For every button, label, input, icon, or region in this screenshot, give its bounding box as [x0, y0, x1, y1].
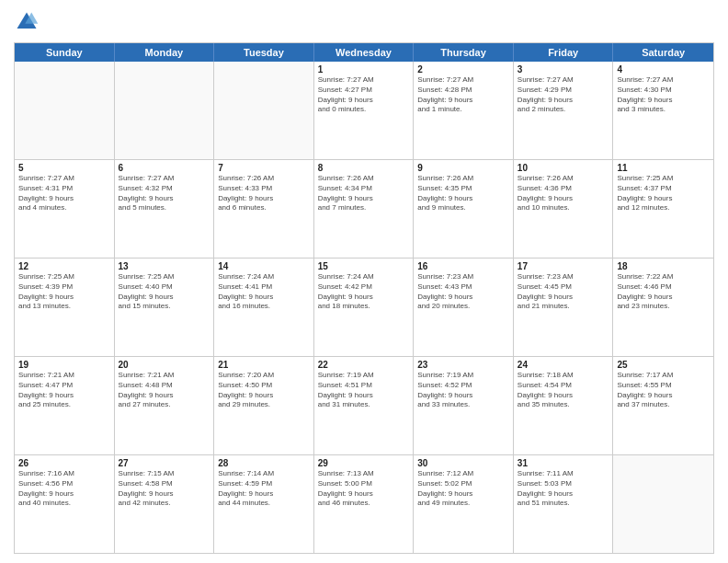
day-info: Sunrise: 7:26 AM Sunset: 4:35 PM Dayligh… — [417, 174, 509, 213]
day-number: 2 — [417, 64, 509, 75]
day-number: 23 — [417, 360, 509, 370]
day-info: Sunrise: 7:27 AM Sunset: 4:28 PM Dayligh… — [417, 75, 509, 115]
day-info: Sunrise: 7:17 AM Sunset: 4:55 PM Dayligh… — [617, 371, 710, 410]
day-number: 27 — [119, 458, 210, 468]
day-info: Sunrise: 7:20 AM Sunset: 4:50 PM Dayligh… — [218, 371, 310, 410]
day-info: Sunrise: 7:27 AM Sunset: 4:31 PM Dayligh… — [18, 174, 110, 213]
day-cell: 3Sunrise: 7:27 AM Sunset: 4:29 PM Daylig… — [514, 62, 614, 159]
day-number: 26 — [18, 458, 110, 468]
day-cell: 15Sunrise: 7:24 AM Sunset: 4:42 PM Dayli… — [314, 259, 415, 356]
day-info: Sunrise: 7:18 AM Sunset: 4:54 PM Dayligh… — [518, 371, 609, 410]
day-cell: 11Sunrise: 7:25 AM Sunset: 4:37 PM Dayli… — [613, 160, 713, 258]
day-info: Sunrise: 7:23 AM Sunset: 4:43 PM Dayligh… — [417, 272, 509, 312]
day-info: Sunrise: 7:27 AM Sunset: 4:27 PM Dayligh… — [318, 75, 410, 115]
day-number: 1 — [318, 64, 410, 75]
week-row-2: 5Sunrise: 7:27 AM Sunset: 4:31 PM Daylig… — [15, 160, 713, 259]
day-header-tuesday: Tuesday — [214, 43, 314, 62]
day-number: 17 — [518, 261, 609, 271]
day-number: 20 — [119, 360, 210, 370]
logo — [14, 9, 43, 35]
day-cell: 25Sunrise: 7:17 AM Sunset: 4:55 PM Dayli… — [613, 357, 713, 454]
day-header-wednesday: Wednesday — [314, 43, 415, 62]
day-info: Sunrise: 7:26 AM Sunset: 4:34 PM Dayligh… — [318, 174, 410, 213]
day-number: 10 — [518, 163, 609, 173]
day-info: Sunrise: 7:14 AM Sunset: 4:59 PM Dayligh… — [218, 469, 310, 509]
day-info: Sunrise: 7:26 AM Sunset: 4:36 PM Dayligh… — [518, 174, 609, 213]
header — [14, 9, 714, 35]
day-header-sunday: Sunday — [15, 43, 115, 62]
day-info: Sunrise: 7:13 AM Sunset: 5:00 PM Dayligh… — [318, 469, 410, 509]
day-cell: 28Sunrise: 7:14 AM Sunset: 4:59 PM Dayli… — [214, 455, 314, 553]
week-row-4: 19Sunrise: 7:21 AM Sunset: 4:47 PM Dayli… — [15, 357, 713, 455]
day-info: Sunrise: 7:27 AM Sunset: 4:30 PM Dayligh… — [617, 75, 710, 115]
day-info: Sunrise: 7:27 AM Sunset: 4:29 PM Dayligh… — [518, 75, 609, 115]
day-cell: 29Sunrise: 7:13 AM Sunset: 5:00 PM Dayli… — [314, 455, 415, 553]
week-row-1: 1Sunrise: 7:27 AM Sunset: 4:27 PM Daylig… — [15, 62, 713, 160]
day-number: 30 — [417, 458, 509, 468]
day-cell — [115, 62, 215, 159]
day-cell: 22Sunrise: 7:19 AM Sunset: 4:51 PM Dayli… — [314, 357, 415, 454]
day-cell: 10Sunrise: 7:26 AM Sunset: 4:36 PM Dayli… — [514, 160, 614, 258]
day-cell: 31Sunrise: 7:11 AM Sunset: 5:03 PM Dayli… — [514, 455, 614, 553]
day-number: 8 — [318, 163, 410, 173]
day-cell — [214, 62, 314, 159]
day-number: 13 — [119, 261, 210, 271]
day-number: 25 — [617, 360, 710, 370]
day-cell: 30Sunrise: 7:12 AM Sunset: 5:02 PM Dayli… — [414, 455, 514, 553]
day-cell: 27Sunrise: 7:15 AM Sunset: 4:58 PM Dayli… — [115, 455, 215, 553]
day-cell: 9Sunrise: 7:26 AM Sunset: 4:35 PM Daylig… — [414, 160, 514, 258]
day-info: Sunrise: 7:16 AM Sunset: 4:56 PM Dayligh… — [18, 469, 110, 509]
day-number: 14 — [218, 261, 310, 271]
day-cell: 12Sunrise: 7:25 AM Sunset: 4:39 PM Dayli… — [15, 259, 115, 356]
day-cell: 19Sunrise: 7:21 AM Sunset: 4:47 PM Dayli… — [15, 357, 115, 454]
day-cell — [15, 62, 115, 159]
day-cell: 16Sunrise: 7:23 AM Sunset: 4:43 PM Dayli… — [414, 259, 514, 356]
day-cell: 5Sunrise: 7:27 AM Sunset: 4:31 PM Daylig… — [15, 160, 115, 258]
day-number: 28 — [218, 458, 310, 468]
day-cell: 18Sunrise: 7:22 AM Sunset: 4:46 PM Dayli… — [613, 259, 713, 356]
calendar: SundayMondayTuesdayWednesdayThursdayFrid… — [14, 42, 714, 554]
week-row-3: 12Sunrise: 7:25 AM Sunset: 4:39 PM Dayli… — [15, 259, 713, 357]
day-cell: 23Sunrise: 7:19 AM Sunset: 4:52 PM Dayli… — [414, 357, 514, 454]
day-headers: SundayMondayTuesdayWednesdayThursdayFrid… — [15, 43, 713, 62]
day-number: 18 — [617, 261, 710, 271]
day-header-friday: Friday — [514, 43, 614, 62]
day-number: 5 — [18, 163, 110, 173]
day-info: Sunrise: 7:19 AM Sunset: 4:51 PM Dayligh… — [318, 371, 410, 410]
day-cell: 24Sunrise: 7:18 AM Sunset: 4:54 PM Dayli… — [514, 357, 614, 454]
day-info: Sunrise: 7:25 AM Sunset: 4:40 PM Dayligh… — [119, 272, 210, 312]
logo-icon — [14, 9, 40, 35]
day-number: 29 — [318, 458, 410, 468]
day-info: Sunrise: 7:21 AM Sunset: 4:48 PM Dayligh… — [119, 371, 210, 410]
day-cell: 2Sunrise: 7:27 AM Sunset: 4:28 PM Daylig… — [414, 62, 514, 159]
day-number: 21 — [218, 360, 310, 370]
page: SundayMondayTuesdayWednesdayThursdayFrid… — [0, 0, 728, 563]
day-number: 16 — [417, 261, 509, 271]
day-info: Sunrise: 7:26 AM Sunset: 4:33 PM Dayligh… — [218, 174, 310, 213]
day-info: Sunrise: 7:15 AM Sunset: 4:58 PM Dayligh… — [119, 469, 210, 509]
day-info: Sunrise: 7:25 AM Sunset: 4:39 PM Dayligh… — [18, 272, 110, 312]
day-number: 4 — [617, 64, 710, 75]
day-header-thursday: Thursday — [414, 43, 514, 62]
day-info: Sunrise: 7:12 AM Sunset: 5:02 PM Dayligh… — [417, 469, 509, 509]
day-cell: 1Sunrise: 7:27 AM Sunset: 4:27 PM Daylig… — [314, 62, 415, 159]
day-info: Sunrise: 7:22 AM Sunset: 4:46 PM Dayligh… — [617, 272, 710, 312]
day-cell: 6Sunrise: 7:27 AM Sunset: 4:32 PM Daylig… — [115, 160, 215, 258]
day-info: Sunrise: 7:24 AM Sunset: 4:41 PM Dayligh… — [218, 272, 310, 312]
day-number: 15 — [318, 261, 410, 271]
day-number: 3 — [518, 64, 609, 75]
day-number: 19 — [18, 360, 110, 370]
day-header-saturday: Saturday — [613, 43, 713, 62]
day-cell: 8Sunrise: 7:26 AM Sunset: 4:34 PM Daylig… — [314, 160, 415, 258]
day-info: Sunrise: 7:25 AM Sunset: 4:37 PM Dayligh… — [617, 174, 710, 213]
calendar-body: 1Sunrise: 7:27 AM Sunset: 4:27 PM Daylig… — [15, 62, 713, 553]
day-number: 11 — [617, 163, 710, 173]
day-number: 31 — [518, 458, 609, 468]
day-cell: 17Sunrise: 7:23 AM Sunset: 4:45 PM Dayli… — [514, 259, 614, 356]
day-info: Sunrise: 7:19 AM Sunset: 4:52 PM Dayligh… — [417, 371, 509, 410]
day-cell: 13Sunrise: 7:25 AM Sunset: 4:40 PM Dayli… — [115, 259, 215, 356]
day-cell: 20Sunrise: 7:21 AM Sunset: 4:48 PM Dayli… — [115, 357, 215, 454]
day-cell: 21Sunrise: 7:20 AM Sunset: 4:50 PM Dayli… — [214, 357, 314, 454]
day-cell — [613, 455, 713, 553]
day-cell: 14Sunrise: 7:24 AM Sunset: 4:41 PM Dayli… — [214, 259, 314, 356]
